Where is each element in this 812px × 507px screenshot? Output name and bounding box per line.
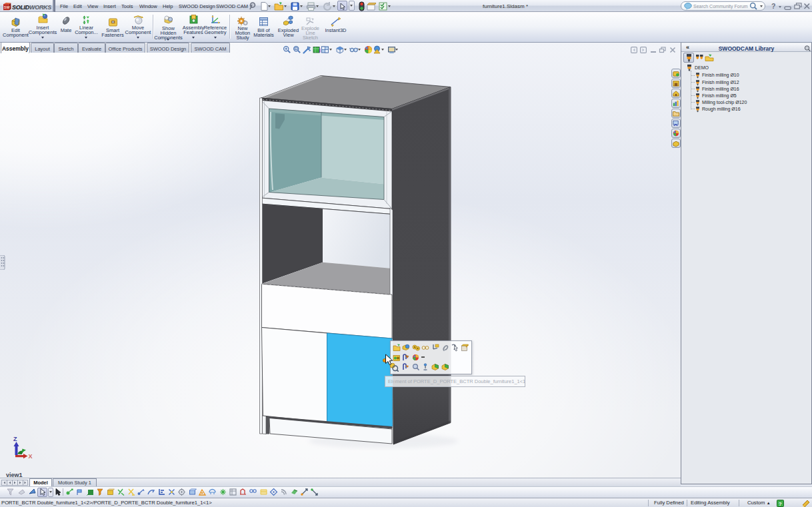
svg-text:SW: SW <box>4 5 11 9</box>
svg-text:?: ? <box>779 500 782 506</box>
svg-text:X: X <box>29 453 33 460</box>
svg-text:Z: Z <box>13 436 17 442</box>
